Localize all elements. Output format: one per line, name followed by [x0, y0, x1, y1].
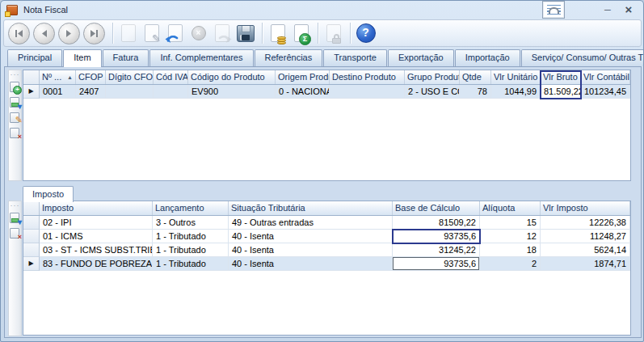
cell-vlr-imposto[interactable]: 1874,71 — [541, 257, 630, 271]
cell-imposto[interactable]: 02 - IPI — [40, 216, 153, 230]
column-header-situacao-tributaria[interactable]: Situação Tributária — [229, 201, 393, 215]
save-button[interactable] — [234, 21, 256, 45]
tab-imposto[interactable]: Imposto — [23, 186, 74, 202]
titlebar-shade-button[interactable] — [542, 1, 565, 19]
tab-importacao[interactable]: Importação — [455, 49, 520, 66]
edit-record-button[interactable]: ✎ — [141, 21, 162, 45]
cell-vlr-imposto[interactable]: 11248,27 — [541, 230, 630, 243]
tab-referencias[interactable]: Referências — [255, 49, 323, 66]
cell-situacao[interactable]: 40 - Isenta — [229, 243, 393, 257]
tab-fatura[interactable]: Fatura — [103, 49, 149, 66]
tab-transporte[interactable]: Transporte — [323, 49, 387, 66]
cell-numero[interactable]: 0001 — [40, 85, 76, 99]
column-header-vlr-imposto[interactable]: Vlr Imposto — [541, 201, 630, 215]
cell-situacao[interactable]: 40 - Isenta — [229, 257, 393, 271]
cell-vlr-contabil[interactable]: 101234,45 — [581, 85, 630, 99]
column-header-destino-produto[interactable]: Destino Produto — [330, 70, 405, 84]
first-record-icon — [15, 29, 23, 38]
first-record-button[interactable] — [8, 23, 30, 44]
totals-button[interactable]: Σ — [290, 21, 312, 45]
tab-exportacao[interactable]: Exportação — [388, 49, 454, 66]
cell-cod-iva[interactable] — [154, 85, 188, 99]
column-header-imposto[interactable]: Imposto — [40, 201, 153, 215]
cell-destino-produto[interactable] — [330, 85, 405, 99]
sort-asc-icon: ▲ — [67, 70, 73, 84]
cell-aliquota[interactable]: 2 — [480, 257, 541, 271]
cell-vlr-bruto[interactable]: 81.509,22 — [541, 85, 581, 99]
cell-digito-cfop[interactable] — [106, 85, 154, 99]
select-record-icon[interactable]: ▾ — [9, 212, 21, 224]
cell-lancamento[interactable]: 3 - Outros — [153, 216, 229, 230]
cell-imposto[interactable]: 03 - ST - ICMS SUBST.TRIBUTÁRIA — [40, 243, 153, 257]
cell-vlr-imposto[interactable]: 12226,38 — [541, 216, 630, 230]
column-header-lancamento[interactable]: Lançamento — [153, 201, 229, 215]
undo-button[interactable] — [164, 21, 186, 45]
column-header-vlr-contabil[interactable]: Vlr Contábil — [581, 70, 630, 84]
cell-grupo-produto[interactable]: 2 - USO E CON... — [405, 85, 460, 99]
cell-base-calculo[interactable]: 31245,22 — [393, 243, 480, 257]
column-header-cod-iva[interactable]: Cód IVA — [154, 70, 188, 84]
cell-situacao[interactable]: 49 - Outras entradas — [229, 216, 393, 230]
tab-inf-complementares[interactable]: Inf. Complementares — [149, 49, 253, 66]
tab-principal[interactable]: Principal — [7, 49, 62, 66]
cell-situacao[interactable]: 40 - Isenta — [229, 230, 393, 243]
imposto-row-fundo-pobreza[interactable]: ▶ 83 - FUNDO DE POBREZA-ST 1 - Tributado… — [23, 257, 630, 271]
window-title: Nota Fiscal — [23, 5, 68, 15]
minimize-button[interactable]: ─ — [600, 2, 615, 18]
previous-record-button[interactable] — [33, 23, 55, 44]
fiscal-values-button[interactable] — [267, 21, 288, 45]
tab-servico-consumo[interactable]: Serviço/ Consumo/ Outras Transações — [521, 49, 644, 66]
cell-imposto[interactable]: 83 - FUNDO DE POBREZA-ST — [40, 257, 153, 271]
add-record-icon[interactable]: + — [9, 81, 21, 93]
imposto-row-ipi[interactable]: 02 - IPI 3 - Outros 49 - Outras entradas… — [23, 216, 630, 230]
column-header-codigo-produto[interactable]: Código do Produto — [188, 70, 276, 84]
imposto-row-icms[interactable]: 01 - ICMS 1 - Tributado 40 - Isenta 9373… — [23, 230, 630, 243]
select-record-icon[interactable]: ▾ — [9, 96, 21, 108]
cell-aliquota[interactable]: 15 — [480, 216, 541, 230]
column-header-origem-produto[interactable]: Origem Produto — [276, 70, 330, 84]
tab-item[interactable]: Item — [63, 49, 101, 67]
security-button[interactable] — [322, 21, 344, 45]
help-button[interactable]: ? — [355, 21, 377, 45]
cell-origem-produto[interactable]: 0 - NACIONAL, EX... — [276, 85, 330, 99]
next-record-button[interactable] — [58, 23, 80, 44]
grip-handle[interactable]: ··· — [9, 72, 21, 78]
column-header-vlr-bruto[interactable]: Vlr Bruto — [541, 70, 581, 84]
cell-imposto[interactable]: 01 - ICMS — [40, 230, 153, 243]
delete-record-icon[interactable]: × — [9, 127, 21, 139]
cell-aliquota[interactable]: 18 — [480, 243, 541, 257]
cell-lancamento[interactable]: 1 - Tributado — [153, 230, 229, 243]
cell-base-calculo[interactable]: 81509,22 — [393, 216, 480, 230]
column-header-cfop[interactable]: CFOP — [76, 70, 106, 84]
cell-aliquota[interactable]: 12 — [480, 230, 541, 243]
last-record-button[interactable] — [83, 23, 105, 44]
column-header-digito-cfop[interactable]: Dígito CFOP — [106, 70, 154, 84]
column-header-numero[interactable]: Nº ...▲ — [40, 70, 76, 84]
delete-record-icon[interactable]: × — [9, 227, 21, 239]
cell-base-calculo-highlighted[interactable]: 93735,6 — [393, 230, 480, 243]
column-header-aliquota[interactable]: Alíquota — [480, 201, 541, 215]
item-grid-row[interactable]: ▶ 0001 2407 EV900 0 - NACIONAL, EX... 2 … — [23, 85, 630, 99]
cell-cfop[interactable]: 2407 — [76, 85, 106, 99]
column-header-base-calculo[interactable]: Base de Cálculo — [393, 201, 480, 215]
column-header-grupo-produto[interactable]: Grupo Produto — [405, 70, 460, 84]
close-button[interactable]: × — [621, 2, 636, 18]
grip-handle[interactable]: ··· — [9, 203, 21, 209]
cell-lancamento[interactable]: 1 - Tributado — [153, 257, 229, 271]
base-calculo-edit-input[interactable] — [393, 257, 479, 270]
cell-codigo-produto[interactable]: EV900 — [188, 85, 276, 99]
pencil-icon: ✎ — [152, 32, 161, 44]
column-header-qtde[interactable]: Qtde — [460, 70, 491, 84]
item-tab-page: ··· + ▾ ✎ × Nº ...▲ CFOP Dígito CFOP Cód… — [4, 66, 642, 338]
cancel-button[interactable]: × — [187, 21, 209, 45]
cell-vlr-imposto[interactable]: 5624,14 — [541, 243, 630, 257]
redo-button[interactable] — [211, 21, 233, 45]
new-record-button[interactable] — [117, 21, 139, 45]
column-header-vlr-unitario[interactable]: Vlr Unitário — [491, 70, 541, 84]
imposto-row-st[interactable]: 03 - ST - ICMS SUBST.TRIBUTÁRIA 1 - Trib… — [23, 243, 630, 257]
help-icon: ? — [356, 23, 376, 43]
cell-vlr-unitario[interactable]: 1044,99 — [491, 85, 541, 99]
cell-lancamento[interactable]: 1 - Tributado — [153, 243, 229, 257]
cell-qtde[interactable]: 78 — [460, 85, 491, 99]
edit-record-icon[interactable]: ✎ — [9, 112, 21, 124]
